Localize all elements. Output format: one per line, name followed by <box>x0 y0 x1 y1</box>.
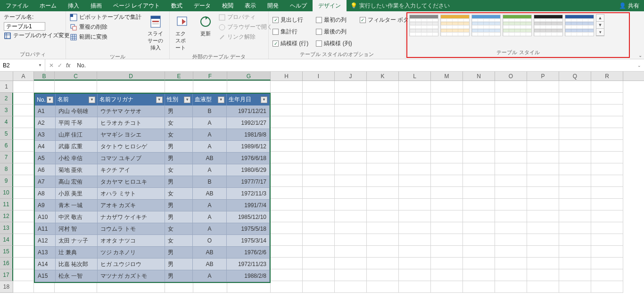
cell-N2[interactable] <box>463 93 495 105</box>
banded-rows-checkbox[interactable]: 縞模様 (行) <box>272 40 308 48</box>
cell-D1[interactable] <box>97 81 165 93</box>
cell-J17[interactable] <box>335 269 367 281</box>
cell-A5[interactable] <box>13 128 34 140</box>
cell-P8[interactable] <box>527 163 559 175</box>
table-header-cell[interactable]: 性別▼ <box>165 94 193 105</box>
table-cell[interactable]: 1972/11/23 <box>227 259 270 270</box>
table-cell[interactable]: 比嘉 祐次郎 <box>56 259 98 270</box>
formula-input[interactable]: No. <box>74 62 635 69</box>
table-cell[interactable]: A <box>193 141 226 153</box>
col-header-F[interactable]: F <box>193 72 227 81</box>
table-cell[interactable]: A2 <box>35 117 56 129</box>
scroll-up-icon[interactable]: ▲ <box>596 15 604 22</box>
table-cell[interactable]: 山岸 佳江 <box>56 129 98 141</box>
cell-H12[interactable] <box>271 210 303 222</box>
table-cell[interactable]: 1991/7/4 <box>227 200 270 211</box>
cell-J13[interactable] <box>335 222 367 234</box>
cell-I1[interactable] <box>303 81 335 93</box>
cell-M13[interactable] <box>431 222 463 234</box>
cell-H16[interactable] <box>271 258 303 269</box>
table-cell[interactable]: A <box>193 164 226 176</box>
table-header-cell[interactable]: No.▼ <box>35 94 56 105</box>
total-row-checkbox[interactable]: 集計行 <box>272 28 308 36</box>
cell-O5[interactable] <box>495 128 527 140</box>
cell-A7[interactable] <box>13 152 34 163</box>
col-header-E[interactable]: E <box>165 72 193 81</box>
cell-I5[interactable] <box>303 128 335 140</box>
table-cell[interactable]: コウムラ トモ <box>98 223 165 235</box>
table-cell[interactable]: ツジ カネノリ <box>98 247 165 259</box>
cell-M9[interactable] <box>431 175 463 187</box>
row-header-17[interactable]: 17 <box>0 269 13 281</box>
cell-M16[interactable] <box>431 258 463 269</box>
cell-K10[interactable] <box>367 187 399 199</box>
cell-A9[interactable] <box>13 175 34 187</box>
cell-K15[interactable] <box>367 246 399 258</box>
cell-H10[interactable] <box>271 187 303 199</box>
cell-O9[interactable] <box>495 175 527 187</box>
cell-Q12[interactable] <box>559 210 591 222</box>
row-header-9[interactable]: 9 <box>0 175 13 187</box>
cell-Q4[interactable] <box>559 116 591 128</box>
col-header-M[interactable]: M <box>431 72 463 81</box>
cell-N18[interactable] <box>463 281 495 293</box>
table-cell[interactable]: 1981/9/8 <box>227 129 270 141</box>
col-header-A[interactable]: A <box>13 72 34 81</box>
cell-O8[interactable] <box>495 163 527 175</box>
table-cell[interactable]: A11 <box>35 223 56 235</box>
cell-N8[interactable] <box>463 163 495 175</box>
table-style-black[interactable] <box>534 15 563 36</box>
table-cell[interactable]: 武藤 広重 <box>56 141 98 153</box>
table-cell[interactable]: 1976/6/18 <box>227 153 270 164</box>
table-cell[interactable]: 男 <box>165 153 193 164</box>
insert-function-button[interactable]: fx <box>66 62 70 69</box>
table-header-cell[interactable]: 名前フリガナ▼ <box>98 94 165 105</box>
row-header-15[interactable]: 15 <box>0 246 13 258</box>
cell-L7[interactable] <box>399 152 431 163</box>
table-style-green[interactable] <box>503 15 532 36</box>
cell-M15[interactable] <box>431 246 463 258</box>
cell-O16[interactable] <box>495 258 527 269</box>
share-button[interactable]: 👤共有 <box>614 0 644 11</box>
table-cell[interactable]: 内山 今朝雄 <box>56 105 98 117</box>
cell-O2[interactable] <box>495 93 527 105</box>
cell-K9[interactable] <box>367 175 399 187</box>
table-cell[interactable]: 男 <box>165 270 193 282</box>
data-table[interactable]: No.▼名前▼名前フリガナ▼性別▼血液型▼生年月日▼A1内山 今朝雄ウチヤマ ケ… <box>34 93 271 283</box>
table-cell[interactable]: 1985/12/10 <box>227 211 270 223</box>
cell-Q7[interactable] <box>559 152 591 163</box>
cell-P10[interactable] <box>527 187 559 199</box>
cell-L1[interactable] <box>399 81 431 93</box>
row-header-2[interactable]: 2 <box>0 93 13 105</box>
row-header-10[interactable]: 10 <box>0 187 13 199</box>
styles-scroll[interactable]: ▲▼▾ <box>596 14 604 36</box>
cell-H14[interactable] <box>271 234 303 246</box>
name-box-input[interactable] <box>3 62 36 69</box>
cell-A2[interactable] <box>13 93 34 105</box>
table-cell[interactable]: 男 <box>165 105 193 117</box>
filter-dropdown-icon[interactable]: ▼ <box>184 97 190 103</box>
cell-J4[interactable] <box>335 116 367 128</box>
col-header-I[interactable]: I <box>303 72 335 81</box>
cell-H18[interactable] <box>271 281 303 293</box>
cell-R7[interactable] <box>591 152 623 163</box>
menu-tab-ファイル[interactable]: ファイル <box>0 0 34 11</box>
cell-Q2[interactable] <box>559 93 591 105</box>
cell-N9[interactable] <box>463 175 495 187</box>
cell-L3[interactable] <box>399 105 431 116</box>
cell-K6[interactable] <box>367 140 399 152</box>
cell-Q1[interactable] <box>559 81 591 93</box>
cell-L15[interactable] <box>399 246 431 258</box>
cell-A10[interactable] <box>13 187 34 199</box>
cell-G1[interactable] <box>227 81 271 93</box>
table-cell[interactable]: 小原 美里 <box>56 188 98 200</box>
table-style-dblue[interactable] <box>565 15 594 36</box>
insert-slicer-button[interactable]: スライサーの 挿入 <box>145 13 165 52</box>
table-cell[interactable]: A7 <box>35 176 56 188</box>
col-header-B[interactable]: B <box>34 72 55 81</box>
filter-dropdown-icon[interactable]: ▼ <box>89 97 95 103</box>
cell-H13[interactable] <box>271 222 303 234</box>
table-cell[interactable]: 男 <box>165 141 193 153</box>
cell-M1[interactable] <box>431 81 463 93</box>
col-header-R[interactable]: R <box>591 72 623 81</box>
